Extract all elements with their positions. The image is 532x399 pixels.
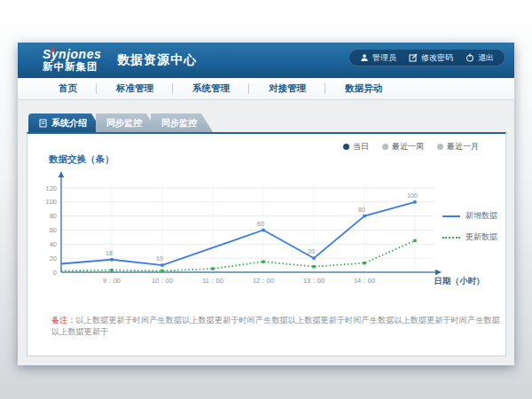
user-menu-admin[interactable]: 管理员 (360, 52, 396, 64)
svg-text:14：00: 14：00 (354, 277, 375, 285)
nav-item-home[interactable]: 首页 (39, 82, 97, 95)
radio-last-month-dot (437, 144, 443, 150)
nav-item-system-mgmt[interactable]: 系统管理 (173, 82, 249, 95)
nav-item-interface-mgmt[interactable]: 对接管理 (249, 82, 325, 95)
change-password-button[interactable]: 修改密码 (409, 52, 453, 64)
legend-swatch-green-line (442, 237, 460, 239)
tab-sync-monitor-1-label: 同步监控 (106, 117, 142, 129)
svg-text:18: 18 (106, 250, 113, 256)
footnote-prefix: 备注： (51, 316, 76, 325)
app-window: Synjones 新中新集团 数据资源中心 管理员 修改密码 退出 (18, 43, 514, 365)
user-icon (360, 53, 369, 62)
document-icon (39, 119, 47, 128)
chart-panel: 当日 最近一周 最近一月 数据交换（条） 2040608010012009：00… (27, 132, 506, 356)
svg-text:11：00: 11：00 (202, 277, 223, 285)
svg-text:80: 80 (50, 212, 57, 220)
radio-today[interactable]: 当日 (343, 141, 369, 153)
svg-text:13：00: 13：00 (303, 277, 325, 285)
footnote-text: 以上数据更新于时间产生数据以上数据更新于时间产生数据以上数据更新于时间产生数据以… (51, 316, 500, 336)
radio-last-week-label: 最近一周 (392, 141, 424, 153)
power-icon (466, 53, 474, 62)
page-background: Synjones 新中新集团 数据资源中心 管理员 修改密码 退出 (0, 0, 532, 399)
tab-sync-monitor-1[interactable]: 同步监控 (96, 113, 158, 132)
svg-text:60: 60 (50, 226, 57, 234)
svg-text:12：00: 12：00 (253, 277, 274, 285)
svg-text:40: 40 (50, 240, 57, 248)
user-menu-admin-label: 管理员 (372, 52, 396, 64)
time-range-filter: 当日 最近一周 最近一月 (343, 141, 479, 153)
svg-text:20: 20 (50, 254, 57, 262)
nav-item-data-change[interactable]: 数据异动 (325, 82, 402, 95)
nav-item-standard-mgmt[interactable]: 标准管理 (97, 82, 173, 95)
svg-text:100: 100 (407, 192, 418, 199)
y-axis-title: 数据交换（条） (49, 153, 114, 166)
radio-today-dot (343, 144, 349, 150)
legend-label-new-data: 新增数据 (466, 210, 497, 222)
tab-sync-monitor-2[interactable]: 同步监控 (151, 113, 213, 132)
app-header: Synjones 新中新集团 数据资源中心 管理员 修改密码 退出 (18, 43, 514, 78)
legend-label-updated-data: 更新数据 (466, 231, 497, 243)
svg-text:20: 20 (308, 248, 315, 254)
logout-button[interactable]: 退出 (466, 52, 494, 64)
svg-text:120: 120 (45, 184, 57, 192)
tab-system-intro-label: 系统介绍 (51, 117, 87, 129)
footnote: 备注：以上数据更新于时间产生数据以上数据更新于时间产生数据以上数据更新于时间产生… (51, 315, 505, 338)
tab-sync-monitor-2-label: 同步监控 (161, 117, 197, 129)
legend-swatch-blue-line (442, 215, 460, 217)
logout-label: 退出 (478, 52, 494, 64)
radio-last-month-label: 最近一月 (447, 141, 479, 153)
tab-system-intro[interactable]: 系统介绍 (28, 113, 103, 132)
main-nav: 首页 标准管理 系统管理 对接管理 数据异动 (18, 78, 514, 100)
svg-text:80: 80 (358, 207, 365, 213)
svg-text:9：00: 9：00 (103, 277, 121, 285)
svg-text:100: 100 (45, 198, 57, 206)
legend-item-new-data[interactable]: 新增数据 (442, 210, 497, 222)
content-area: 系统介绍 同步监控 同步监控 当日 最近一周 (18, 100, 514, 366)
edit-icon (409, 53, 418, 62)
tab-strip: 系统介绍 同步监控 同步监控 (28, 113, 206, 132)
legend-item-updated-data[interactable]: 更新数据 (442, 231, 497, 243)
svg-text:0: 0 (53, 269, 57, 277)
chart-legend: 新增数据 更新数据 (442, 210, 497, 243)
logo-company-name: 新中新集团 (43, 62, 101, 73)
svg-text:60: 60 (257, 221, 264, 227)
change-password-label: 修改密码 (421, 52, 453, 64)
radio-last-month[interactable]: 最近一月 (437, 141, 479, 153)
svg-text:日期（小时）: 日期（小时） (434, 276, 485, 286)
page-title: 数据资源中心 (117, 52, 197, 68)
radio-last-week-dot (382, 144, 388, 150)
svg-text:10：00: 10：00 (152, 277, 173, 285)
radio-last-week[interactable]: 最近一周 (382, 141, 424, 153)
user-menu: 管理员 修改密码 退出 (348, 49, 505, 66)
logo-script-text: Synjones (43, 48, 101, 60)
radio-today-label: 当日 (353, 141, 369, 153)
svg-text:10: 10 (156, 255, 163, 262)
synjones-logo: Synjones 新中新集团 (43, 48, 101, 73)
